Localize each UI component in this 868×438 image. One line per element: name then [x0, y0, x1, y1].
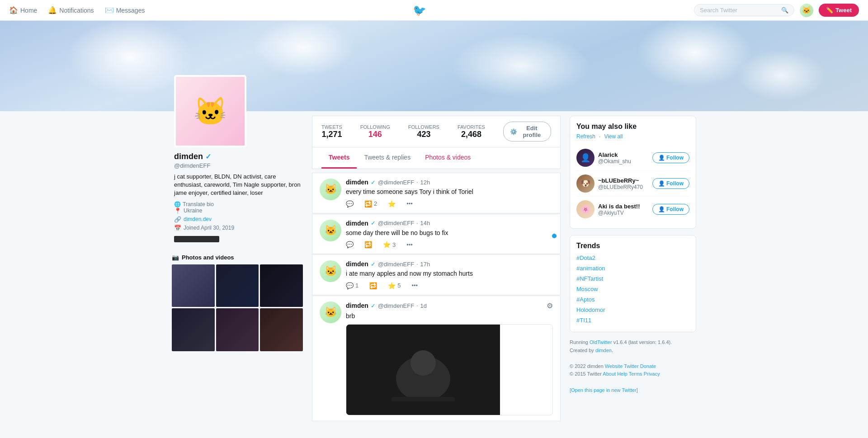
media-image-4 [346, 325, 500, 415]
creator-link[interactable]: dimden [595, 348, 612, 353]
trend-item[interactable]: #NFTartist [576, 273, 689, 284]
tab-tweets[interactable]: Tweets [321, 147, 357, 169]
nav-messages-link[interactable]: ✉️ Messages [105, 6, 145, 14]
nav-home-link[interactable]: 🏠 Home [9, 6, 37, 14]
suggest-avatar-3[interactable]: 🌸 [576, 200, 594, 218]
footer-created: Created by dimden. [570, 347, 696, 355]
donate-footer-link[interactable]: Donate [640, 363, 656, 369]
dots-icon-3: ••• [411, 282, 418, 289]
follow-button-3[interactable]: 👤 Follow [652, 204, 689, 215]
suggest-info-2: ~bLUEbeRRy~ @bLUEbeRRy470 [598, 177, 649, 190]
terms-footer-link[interactable]: Terms [629, 371, 642, 377]
stats-bar: TWEETS 1,271 FOLLOWING 146 FOLLOWERS 423… [312, 116, 561, 147]
trend-item[interactable]: Moscow [576, 284, 689, 294]
trend-item[interactable]: Holodomor [576, 305, 689, 315]
follow-button-1[interactable]: 👤 Follow [652, 152, 689, 163]
like-action-2[interactable]: ⭐ 3 [383, 241, 396, 248]
tweet-text-3: i ate many apples and now my stomach hur… [346, 269, 553, 278]
profile-banner [0, 21, 868, 111]
favorites-value: 2,468 [458, 130, 485, 139]
verified-badge: ✓ [205, 152, 211, 161]
privacy-footer-link[interactable]: Privacy [644, 371, 660, 377]
photo-thumb-1[interactable] [172, 264, 215, 307]
tab-photos-videos[interactable]: Photos & videos [418, 147, 478, 169]
like-action-1[interactable]: ⭐ [388, 200, 396, 207]
trend-item[interactable]: #TI11 [576, 315, 689, 325]
tweet-avatar-4[interactable]: 🐱 [320, 301, 341, 323]
refresh-link[interactable]: Refresh [576, 133, 595, 140]
tweet-avatar-3[interactable]: 🐱 [320, 260, 341, 282]
reply-action-2[interactable]: 💬 [346, 241, 354, 248]
more-action-2[interactable]: ••• [406, 241, 413, 248]
more-action-1[interactable]: ••• [406, 200, 413, 207]
open-new-twitter-link[interactable]: [Open this page in new Twitter] [570, 387, 638, 393]
nav-avatar[interactable]: 🐱 [800, 4, 813, 17]
table-row: 🐱 dimden ✓ @dimdenEFF · 14h some day the… [312, 214, 561, 254]
photo-thumb-4[interactable] [172, 308, 215, 351]
retweet-action-1[interactable]: 🔁 2 [364, 200, 377, 207]
tab-replies[interactable]: Tweets & replies [357, 147, 418, 169]
navbar: 🏠 Home 🔔 Notifications ✉️ Messages 🐦 🔍 🐱… [0, 0, 868, 21]
profile-bio: j cat supporter, BLDN, DN activist, care… [174, 173, 301, 198]
photo-thumb-3[interactable] [260, 264, 303, 307]
twitter-footer-link[interactable]: Twitter [624, 363, 638, 369]
like-action-3[interactable]: ⭐ 5 [388, 282, 401, 289]
photo-thumb-5[interactable] [216, 308, 259, 351]
website-footer-link[interactable]: Website [605, 363, 623, 369]
retweet-count-1: 2 [374, 200, 377, 207]
more-action-3[interactable]: ••• [411, 282, 418, 289]
tweet-time-3: 17h [420, 261, 430, 268]
search-input[interactable] [700, 7, 781, 14]
following-label: FOLLOWING [360, 124, 390, 130]
stat-favorites: FAVORITES 2,468 [458, 124, 485, 139]
banner-clouds [0, 21, 868, 111]
nav-notifications-link[interactable]: 🔔 Notifications [48, 6, 94, 14]
view-all-link[interactable]: View all [604, 133, 623, 140]
avatar-image: 🐱 [176, 77, 245, 146]
trends-title: Trends [576, 242, 689, 250]
followers-label: FOLLOWERS [408, 124, 439, 130]
follow-icon-1: 👤 [658, 155, 665, 161]
tweet-actions-3: 💬 1 🔁 ⭐ 5 ••• [346, 282, 553, 289]
retweet-action-3[interactable]: 🔁 [369, 282, 377, 289]
trend-item[interactable]: #Dota2 [576, 253, 689, 263]
favorites-label: FAVORITES [458, 124, 485, 130]
retweet-action-2[interactable]: 🔁 [364, 241, 372, 248]
photos-section: 📷 Photos and videos [172, 254, 303, 351]
reply-action-3[interactable]: 💬 1 [346, 282, 359, 289]
trend-item[interactable]: #animation [576, 263, 689, 273]
tweet-body-4: dimden ✓ @dimdenEFF · 1d ⚙ brb [346, 301, 553, 416]
edit-profile-button[interactable]: ⚙️ Edit profile [503, 122, 551, 141]
old-twitter-link[interactable]: OldTwitter [590, 339, 612, 345]
reply-action-1[interactable]: 💬 [346, 200, 354, 207]
twitter-logo: 🐦 [413, 4, 426, 17]
help-footer-link[interactable]: Help [617, 371, 627, 377]
translate-bio[interactable]: 🌐 Translate bio [174, 201, 301, 207]
follow-button-2[interactable]: 👤 Follow [652, 178, 689, 189]
trend-item[interactable]: #Aptos [576, 294, 689, 305]
suggest-handle-1: @Okami_shu [598, 158, 649, 165]
tweet-text-2: some day there will be no bugs to fix [346, 229, 553, 238]
photo-thumb-2[interactable] [216, 264, 259, 307]
about-footer-link[interactable]: About [603, 371, 616, 377]
tweet-avatar-1[interactable]: 🐱 [320, 179, 341, 200]
tweet-verified-1: ✓ [371, 179, 376, 186]
tweet-actions-2: 💬 🔁 ⭐ 3 ••• [346, 241, 553, 248]
suggest-avatar-2[interactable]: 🐶 [576, 174, 594, 193]
dots-icon-2: ••• [406, 241, 413, 248]
suggest-avatar-1[interactable]: 👤 [576, 149, 594, 167]
location-icon: 📍 [174, 207, 181, 214]
tweet-handle-2: @dimdenEFF [378, 220, 414, 226]
tweet-time-1: 12h [420, 179, 430, 186]
navbar-left: 🏠 Home 🔔 Notifications ✉️ Messages [9, 6, 145, 14]
tweet-media-4[interactable] [346, 324, 553, 415]
edit-profile-label: Edit profile [519, 125, 544, 138]
nav-messages-label: Messages [116, 7, 145, 14]
tweet-button[interactable]: ✏️ Tweet [819, 4, 859, 17]
tweet-avatar-2[interactable]: 🐱 [320, 220, 341, 241]
svg-rect-3 [392, 397, 455, 401]
website-link[interactable]: dimden.dev [184, 216, 212, 222]
photo-thumb-6[interactable] [260, 308, 303, 351]
retweet-icon-2: 🔁 [364, 241, 372, 248]
media-settings-icon[interactable]: ⚙ [547, 301, 553, 310]
